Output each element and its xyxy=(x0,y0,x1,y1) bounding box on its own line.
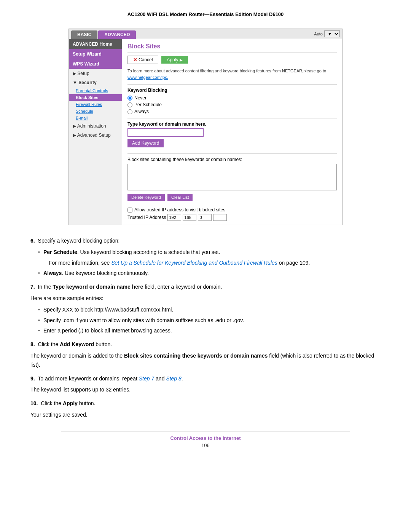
ip-field-4[interactable] xyxy=(213,214,227,221)
divider3 xyxy=(127,153,337,154)
step6-text: Specify a keyword blocking option: xyxy=(38,238,120,244)
step7-samples: Specify XXX to block http://www.badstuff… xyxy=(30,305,381,335)
step10-subtext: Your settings are saved. xyxy=(30,411,381,420)
btn-row: ✕ Cancel Apply ▶ xyxy=(127,56,337,64)
sidebar-block-sites[interactable]: Block Sites xyxy=(69,94,122,101)
trusted-ip-checkbox[interactable] xyxy=(127,208,132,212)
main-content: Block Sites ✕ Cancel Apply ▶ To learn mo… xyxy=(122,39,342,225)
divider4 xyxy=(127,204,337,204)
keyword-input[interactable] xyxy=(127,128,204,137)
type-keyword-label: Type keyword or domain name here. xyxy=(127,121,337,127)
step6-bullets: Per Schedule. Use keyword blocking accor… xyxy=(30,248,381,278)
sidebar-administration[interactable]: ▶ Administration xyxy=(69,121,122,131)
sidebar-email[interactable]: E-mail xyxy=(69,115,122,121)
info-text: To learn more about advanced content fil… xyxy=(127,68,337,80)
x-icon: ✕ xyxy=(133,57,137,62)
sidebar-setup-wizard[interactable]: Setup Wizard xyxy=(69,49,122,59)
body-text: 6. Specify a keyword blocking option: Pe… xyxy=(30,236,381,420)
add-keyword-button[interactable]: Add Keyword xyxy=(127,139,164,147)
tab-advanced[interactable]: ADVANCED xyxy=(98,30,136,39)
radio-always: Always xyxy=(127,109,337,114)
block-list-textarea[interactable] xyxy=(127,164,337,190)
sidebar-security[interactable]: ▼ Security xyxy=(69,78,122,87)
step8-link[interactable]: Step 8 xyxy=(166,375,181,382)
step-7: 7. In the Type keyword or domain name he… xyxy=(30,283,381,335)
sample-1: Specify XXX to block http://www.badstuff… xyxy=(38,305,381,315)
ip-field-2[interactable] xyxy=(183,214,196,221)
step-8: 8. Click the Add Keyword button. The key… xyxy=(30,340,381,369)
schedule-link[interactable]: Set Up a Schedule for Keyword Blocking a… xyxy=(111,260,277,266)
step-10: 10. Click the Apply button. Your setting… xyxy=(30,399,381,420)
footer-section-title: Control Access to the Internet xyxy=(30,435,381,441)
arrow-icon: ▶ xyxy=(180,58,183,62)
step7-number: 7. xyxy=(30,284,35,290)
delete-keyword-button[interactable]: Delete Keyword xyxy=(127,194,165,201)
sidebar-advanced-home[interactable]: ADVANCED Home xyxy=(69,39,122,49)
bullet-always: Always. Use keyword blocking continuousl… xyxy=(38,269,381,278)
sidebar-schedule[interactable]: Schedule xyxy=(69,108,122,115)
step7-subtext: Here are some sample entries: xyxy=(30,294,381,303)
trusted-ip-row: Trusted IP Address xyxy=(127,214,337,221)
step-6: 6. Specify a keyword blocking option: Pe… xyxy=(30,236,381,278)
trusted-ip-checkbox-label: Allow trusted IP address to visit blocke… xyxy=(134,207,225,212)
sidebar-parental-controls[interactable]: Parental Controls xyxy=(69,87,122,94)
cancel-button[interactable]: ✕ Cancel xyxy=(127,56,158,64)
sub-para: For more information, see Set Up a Sched… xyxy=(43,259,381,268)
block-sites-title: Block Sites xyxy=(127,43,337,53)
step8-para: The keyword or domain is added to the Bl… xyxy=(30,351,381,370)
tab-bar: BASIC ADVANCED Auto ▼ xyxy=(69,29,342,39)
keyword-blocking-label: Keyword Blocking xyxy=(127,88,337,93)
sidebar-wps-wizard[interactable]: WPS Wizard xyxy=(69,59,122,69)
divider2 xyxy=(127,118,337,118)
router-ui-screenshot: BASIC ADVANCED Auto ▼ ADVANCED Home Setu… xyxy=(68,29,342,225)
step8-number: 8. xyxy=(30,341,35,347)
ui-body: ADVANCED Home Setup Wizard WPS Wizard ▶ … xyxy=(69,39,342,225)
bullet-per-schedule: Per Schedule. Use keyword blocking accor… xyxy=(38,248,381,268)
step6-number: 6. xyxy=(30,238,35,244)
sidebar: ADVANCED Home Setup Wizard WPS Wizard ▶ … xyxy=(69,39,122,225)
trusted-ip-label: Trusted IP Address xyxy=(127,215,166,220)
footer-divider xyxy=(61,431,350,431)
step9-number: 9. xyxy=(30,375,35,382)
sample-2: Specify .com if you want to allow only s… xyxy=(38,316,381,325)
radio-per-schedule: Per Schedule xyxy=(127,102,337,107)
step10-number: 10. xyxy=(30,400,38,406)
step9-subtext: The keyword list supports up to 32 entri… xyxy=(30,385,381,395)
apply-button[interactable]: Apply ▶ xyxy=(161,56,188,64)
ip-field-3[interactable] xyxy=(198,214,212,221)
sidebar-advanced-setup[interactable]: ▶ Advanced Setup xyxy=(69,131,122,140)
block-list-label: Block sites containing these keywords or… xyxy=(127,157,337,162)
ip-field-1[interactable] xyxy=(167,214,181,221)
page-header: AC1200 WiFi DSL Modem Router—Essentials … xyxy=(30,11,381,17)
radio-group: Never Per Schedule Always xyxy=(127,95,337,114)
radio-never: Never xyxy=(127,95,337,101)
radio-per-schedule-input[interactable] xyxy=(127,102,132,107)
step7-link[interactable]: Step 7 xyxy=(139,375,154,382)
footer-page-number: 106 xyxy=(30,443,381,448)
radio-never-input[interactable] xyxy=(127,96,132,101)
auto-select[interactable]: ▼ xyxy=(324,30,340,37)
sample-3: Enter a period (.) to block all Internet… xyxy=(38,326,381,335)
sidebar-firewall-rules[interactable]: Firewall Rules xyxy=(69,101,122,108)
sidebar-setup[interactable]: ▶ Setup xyxy=(69,69,122,78)
auto-label: Auto xyxy=(314,32,323,36)
step-9: 9. To add more keywords or domains, repe… xyxy=(30,374,381,395)
info-link[interactable]: www.netgear.com/lpc. xyxy=(127,75,168,80)
tab-basic[interactable]: BASIC xyxy=(71,30,97,39)
clear-list-button[interactable]: Clear List xyxy=(167,194,193,201)
keyword-action-row: Delete Keyword Clear List xyxy=(127,194,337,201)
radio-always-input[interactable] xyxy=(127,109,132,114)
divider1 xyxy=(127,84,337,85)
trusted-ip-checkbox-row: Allow trusted IP address to visit blocke… xyxy=(127,207,337,212)
